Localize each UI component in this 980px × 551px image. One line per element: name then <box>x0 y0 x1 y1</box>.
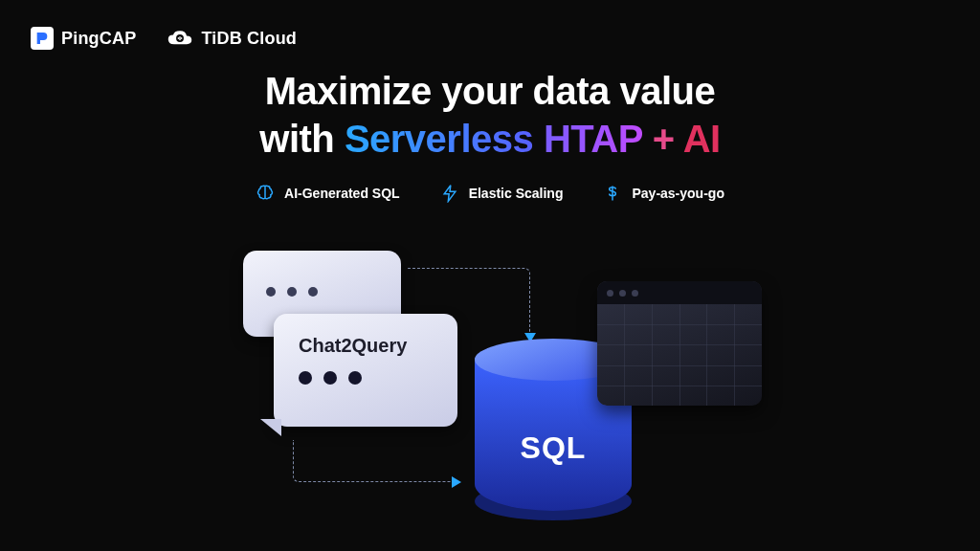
sql-label: SQL <box>475 430 632 466</box>
feature-payg: Pay-as-you-go <box>603 184 724 203</box>
tidb-cloud-text: TiDB Cloud <box>201 29 297 49</box>
window-titlebar <box>597 281 762 304</box>
feature-elastic: Elastic Scaling <box>440 184 564 203</box>
feature-ai-sql: AI-Generated SQL <box>256 184 400 203</box>
arrow-right-icon <box>452 476 461 488</box>
hero-htap: HTAP <box>544 118 642 160</box>
cloud-icon <box>167 29 193 48</box>
hero-plus: + <box>642 118 683 160</box>
bolt-icon <box>440 184 459 203</box>
hero-line1: Maximize your data value <box>265 70 715 112</box>
brain-icon <box>256 184 275 203</box>
ellipsis-icon <box>266 287 318 297</box>
hero: Maximize your data value with Serverless… <box>0 67 980 203</box>
connector-line <box>293 440 454 482</box>
hero-line2-prefix: with <box>259 118 345 160</box>
hero-serverless: Serverless <box>345 118 533 160</box>
hero-title: Maximize your data value with Serverless… <box>0 67 980 163</box>
feature-label: Pay-as-you-go <box>632 186 724 201</box>
chat2query-label: Chat2Query <box>299 335 407 357</box>
feature-label: Elastic Scaling <box>469 186 564 201</box>
hero-ai: AI <box>683 118 721 160</box>
pingcap-text: PingCAP <box>61 29 136 49</box>
tidb-cloud-logo: TiDB Cloud <box>167 29 297 49</box>
feature-label: AI-Generated SQL <box>284 186 400 201</box>
table-window <box>597 281 762 406</box>
pingcap-logo: PingCAP <box>31 27 136 50</box>
feature-row: AI-Generated SQL Elastic Scaling Pay-as-… <box>0 184 980 203</box>
dollar-icon <box>603 184 622 203</box>
header: PingCAP TiDB Cloud <box>0 0 980 50</box>
diagram: Chat2Query SQL <box>243 251 760 547</box>
pingcap-icon <box>31 27 54 50</box>
chat-bubble-main: Chat2Query <box>274 314 457 427</box>
ellipsis-icon <box>299 371 362 385</box>
